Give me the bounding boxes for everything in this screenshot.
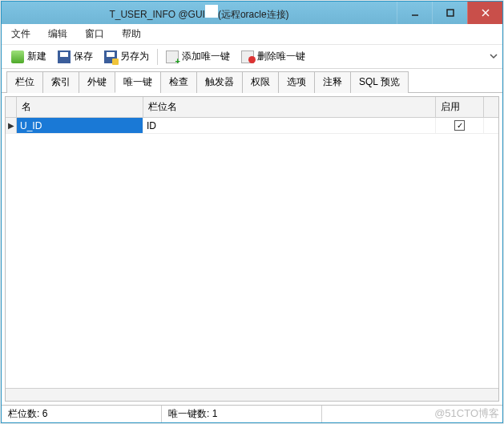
- app-window: T_USER_INFO @GUI(远程oracle连接) 文件 编辑 窗口 帮助…: [1, 1, 503, 423]
- delete-unique-button[interactable]: 删除唯一键: [236, 48, 310, 65]
- row-marker-icon: ▶: [6, 118, 17, 133]
- menu-edit[interactable]: 编辑: [48, 27, 67, 41]
- grid-header: 名 栏位名 启用: [6, 97, 498, 118]
- tab-sql-preview[interactable]: SQL 预览: [350, 71, 409, 93]
- tab-fields[interactable]: 栏位: [6, 71, 43, 93]
- menu-file[interactable]: 文件: [11, 27, 30, 41]
- saveas-button[interactable]: 另存为: [99, 48, 154, 65]
- menu-window[interactable]: 窗口: [85, 27, 104, 41]
- menu-help[interactable]: 帮助: [122, 27, 141, 41]
- toolbar-overflow-button[interactable]: [490, 51, 498, 63]
- saveas-icon: [104, 50, 117, 63]
- col-fieldname-header[interactable]: 栏位名: [143, 97, 436, 117]
- checkbox-icon[interactable]: ✓: [454, 120, 465, 131]
- tabs: 栏位 索引 外键 唯一键 检查 触发器 权限 选项 注释 SQL 预览: [2, 69, 502, 93]
- window-title: T_USER_INFO @GUI(远程oracle连接): [2, 5, 397, 22]
- toolbar: 新建 保存 另存为 添加唯一键 删除唯一键: [2, 45, 502, 69]
- tab-comment[interactable]: 注释: [314, 71, 351, 93]
- col-enabled-header[interactable]: 启用: [436, 97, 484, 117]
- tab-triggers[interactable]: 触发器: [196, 71, 243, 93]
- table-row[interactable]: ▶ U_ID ID ✓: [6, 118, 498, 134]
- menubar: 文件 编辑 窗口 帮助: [2, 24, 502, 45]
- new-icon: [11, 50, 24, 63]
- svg-rect-1: [447, 10, 454, 16]
- cell-fieldname[interactable]: ID: [143, 118, 436, 133]
- title-prefix: T_USER_INFO @GUI: [109, 9, 205, 20]
- add-unique-button[interactable]: 添加唯一键: [161, 48, 235, 65]
- title-gap: [205, 5, 218, 18]
- statusbar: 栏位数: 6 唯一键数: 1: [2, 405, 502, 422]
- tab-indexes[interactable]: 索引: [42, 71, 79, 93]
- minimize-button[interactable]: [397, 2, 432, 24]
- save-button[interactable]: 保存: [53, 48, 98, 65]
- horizontal-scrollbar[interactable]: [6, 388, 498, 401]
- separator: [157, 49, 158, 65]
- cell-name[interactable]: U_ID: [17, 118, 143, 133]
- title-suffix: (远程oracle连接): [218, 9, 289, 20]
- save-icon: [58, 50, 71, 63]
- tab-foreign-keys[interactable]: 外键: [79, 71, 115, 93]
- col-name-header[interactable]: 名: [17, 97, 143, 117]
- delete-icon: [241, 50, 254, 63]
- tab-uniques[interactable]: 唯一键: [115, 71, 161, 93]
- tab-privileges[interactable]: 权限: [242, 71, 279, 93]
- maximize-button[interactable]: [432, 2, 467, 24]
- status-unique-count: 唯一键数: 1: [162, 406, 322, 422]
- add-icon: [166, 50, 179, 63]
- status-field-count: 栏位数: 6: [2, 406, 162, 422]
- scroll-corner: [484, 97, 498, 117]
- close-button[interactable]: [467, 2, 502, 24]
- tab-options[interactable]: 选项: [278, 71, 315, 93]
- grid-body[interactable]: ▶ U_ID ID ✓: [6, 118, 498, 388]
- titlebar[interactable]: T_USER_INFO @GUI(远程oracle连接): [2, 2, 502, 24]
- grid: 名 栏位名 启用 ▶ U_ID ID ✓: [5, 96, 499, 402]
- row-marker-header: [6, 97, 17, 117]
- new-button[interactable]: 新建: [6, 48, 51, 65]
- cell-enabled[interactable]: ✓: [436, 118, 484, 133]
- tab-checks[interactable]: 检查: [160, 71, 197, 93]
